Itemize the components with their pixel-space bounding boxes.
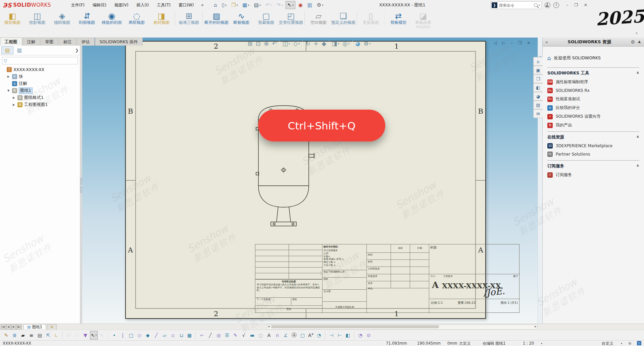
panel-expand-icon[interactable]: ❯ xyxy=(75,48,79,53)
snap-angle-button[interactable]: ∠ ▾ xyxy=(282,331,290,340)
pane-tab-view-palette[interactable]: ◧ xyxy=(533,83,543,92)
hide-show-items-button[interactable]: ◎ ▾ xyxy=(341,40,353,48)
item-3dexperience-marketplace[interactable]: 3D 3DEXPERIENCE Marketplace xyxy=(547,143,639,149)
dropdown-caret-icon[interactable]: ▾ xyxy=(348,42,350,45)
chevron-up-icon[interactable]: ∧ xyxy=(636,134,639,140)
section-view-button[interactable]: ◫ ▾ xyxy=(281,40,292,48)
dropdown-caret-icon[interactable]: ▾ xyxy=(270,4,272,7)
line-color-button[interactable]: ▰ ▾ xyxy=(19,331,27,340)
dropdown-caret-icon[interactable]: ▾ xyxy=(248,4,249,7)
next-window-button[interactable]: ▷ xyxy=(499,40,508,46)
item-solidworks-rx[interactable]: Rx SOLIDWORKS Rx xyxy=(547,88,639,93)
undo-button[interactable]: ↶ ▾ xyxy=(264,1,274,9)
snap-solid-button[interactable]: ◆ ▾ xyxy=(144,331,152,340)
close-window-button[interactable]: ✕ xyxy=(581,2,590,8)
minimize-window-button[interactable]: – xyxy=(563,2,571,8)
edit-appearance-button[interactable]: ◕ ▾ xyxy=(354,40,362,48)
color-display-mode-button[interactable]: ∟ ▾ xyxy=(53,331,62,339)
replace-model-button[interactable]: ⇄ 替换模型 xyxy=(386,11,411,25)
datum-right-button[interactable]: ⊢ ▾ xyxy=(336,331,344,340)
dropdown-caret-icon[interactable]: ▾ xyxy=(292,4,294,7)
tab-drawing[interactable]: 工程图 xyxy=(0,38,22,46)
snap-line-button[interactable]: ╱ ▾ xyxy=(152,331,160,340)
snap-slot-button[interactable]: ⊔ ▾ xyxy=(178,331,185,340)
layer-properties-button[interactable]: ✎ ▾ xyxy=(2,331,10,340)
item-my-products[interactable]: 我 我的产品 xyxy=(547,122,639,128)
snap-ordinate-button[interactable]: ☰ ▾ xyxy=(223,331,231,340)
snap-point-button[interactable]: • ▾ xyxy=(110,331,118,340)
zoom-to-area-button[interactable]: ⊡ ▾ xyxy=(254,40,262,48)
print-button[interactable]: ▤ ▾ xyxy=(252,1,262,9)
model-view-button[interactable]: ◧ 模型视图 xyxy=(0,11,25,25)
expand-arrow-icon[interactable]: ▼ xyxy=(7,89,12,92)
pin-menu-icon[interactable]: ✦ xyxy=(200,3,204,8)
weld-symbol-button[interactable]: ◔ ▾ xyxy=(356,331,364,340)
menu-view[interactable]: 视图(V) xyxy=(110,1,133,9)
snap-rhombus-button[interactable]: ◇ ▾ xyxy=(136,331,143,340)
dropdown-caret-icon[interactable]: ▾ xyxy=(338,42,339,45)
scale-caret-icon[interactable]: ▴ xyxy=(541,342,542,345)
layer-list-button[interactable]: ≣ ▾ xyxy=(11,331,18,340)
dropdown-caret-icon[interactable]: ▾ xyxy=(259,4,261,7)
snap-magnifier-button[interactable]: ◌ ▾ xyxy=(257,331,264,340)
pane-tab-file-explorer[interactable]: ❒ xyxy=(533,74,543,83)
hide-show-edges-button[interactable]: ⇱ ▾ xyxy=(44,331,52,340)
dropdown-caret-icon[interactable]: ▾ xyxy=(298,42,300,45)
scroll-left-icon[interactable]: ◀ xyxy=(268,325,269,328)
removed-section-button[interactable]: ◉ 移除的剖面 xyxy=(99,11,124,25)
tree-filter-input[interactable] xyxy=(7,58,78,63)
dropdown-caret-icon[interactable]: ▾ xyxy=(322,4,324,7)
menu-tools[interactable]: 工具(T) xyxy=(153,1,175,9)
expand-arrow-icon[interactable]: ▶ xyxy=(13,103,17,106)
add-sheet-tab[interactable]: ✶ xyxy=(47,324,57,330)
rotate-view-button[interactable]: ↻ ▾ xyxy=(304,40,312,48)
chevron-up-icon[interactable]: ∧ xyxy=(636,70,639,76)
snap-corner-button[interactable]: ⌐ ▾ xyxy=(198,331,206,340)
tree-item-blocks[interactable]: ▶ 块 块 xyxy=(0,73,80,80)
filter-faces-button[interactable]: ▽ ▾ xyxy=(73,331,81,340)
alternate-position-view-button[interactable]: ◰ 交替位置视图 xyxy=(279,11,305,25)
search-caret-icon[interactable]: ▾ xyxy=(539,4,540,7)
tab-evaluate[interactable]: 评估 xyxy=(77,38,95,46)
center-mark-button[interactable]: ⊙ ▾ xyxy=(365,331,373,340)
select-tool-button[interactable]: ↖ ▾ xyxy=(286,1,295,9)
pin-icon[interactable]: ➤ xyxy=(637,39,643,45)
item-property-tab-builder[interactable]: SW 属性标签编制程序 xyxy=(547,79,639,85)
tree-item-drawing-view1[interactable]: ▶ 视 工程图视图1 xyxy=(0,101,80,108)
dropdown-caret-icon[interactable]: ▾ xyxy=(237,4,238,7)
snap-box-button[interactable]: ▢ ▾ xyxy=(299,331,306,340)
snap-centerline-button[interactable]: | ▾ xyxy=(119,331,127,340)
tab-addins[interactable]: SOLIDWORKS 插件 xyxy=(95,38,143,46)
menu-file[interactable]: 文件(F) xyxy=(67,1,89,9)
empty-view-button[interactable]: ▱ 空白视图 xyxy=(306,11,331,25)
expand-arrow-icon[interactable]: ▶ xyxy=(7,75,12,78)
feature-tree-tab[interactable]: ▤ xyxy=(1,46,13,54)
menu-insert[interactable]: 插入(I) xyxy=(133,1,153,9)
close-document-button[interactable]: ✕ xyxy=(524,40,533,46)
graphics-area[interactable]: 2 1 2 1 B A B A xyxy=(82,38,542,324)
scroll-right-icon[interactable]: ▶ xyxy=(535,325,537,328)
scrollbar-thumb[interactable] xyxy=(271,325,439,328)
break-view-button[interactable]: ∿ 断裂视图 xyxy=(229,11,254,25)
snap-note-button[interactable]: A ▾ xyxy=(265,331,273,340)
item-performance-benchmark[interactable]: Rx 性能基准测试 xyxy=(547,96,639,102)
previous-sheet-button[interactable]: ◀ xyxy=(6,324,11,330)
3dexperience-icon[interactable]: ◫ xyxy=(637,341,641,345)
previous-window-button[interactable]: ◁ xyxy=(491,40,499,46)
snap-auto-balloon-button[interactable]: Ⓐ ▾ xyxy=(290,331,298,340)
pane-tab-resources[interactable]: ⌂ xyxy=(533,57,543,66)
pane-tab-design-library[interactable]: ▣ xyxy=(533,66,543,74)
filter-vertices-button[interactable]: ▽ ▾ xyxy=(65,331,72,340)
open-document-button[interactable]: ❒ ▾ xyxy=(230,1,239,9)
pan-view-button[interactable]: + ▾ xyxy=(312,40,320,48)
section-view-button[interactable]: ⇵ 剖面视图 xyxy=(75,11,99,25)
crop-view-button[interactable]: ▢ 剪裁视图 xyxy=(254,11,279,25)
new-document-button[interactable]: ▯ ▾ xyxy=(220,1,228,9)
rebuild-traffic-light-button[interactable]: ◉ ▾ xyxy=(297,1,304,9)
unit-caret-icon[interactable]: ▴ xyxy=(621,342,622,345)
lasso-select-button[interactable]: ↖ ▾ xyxy=(98,331,108,339)
snap-radical-button[interactable]: √ ▾ xyxy=(240,331,248,340)
zoom-in-out-button[interactable]: ⊕ ▾ xyxy=(262,40,270,48)
user-account-icon[interactable] xyxy=(545,2,550,8)
snap-edge-button[interactable]: ╱ ▾ xyxy=(206,331,214,340)
